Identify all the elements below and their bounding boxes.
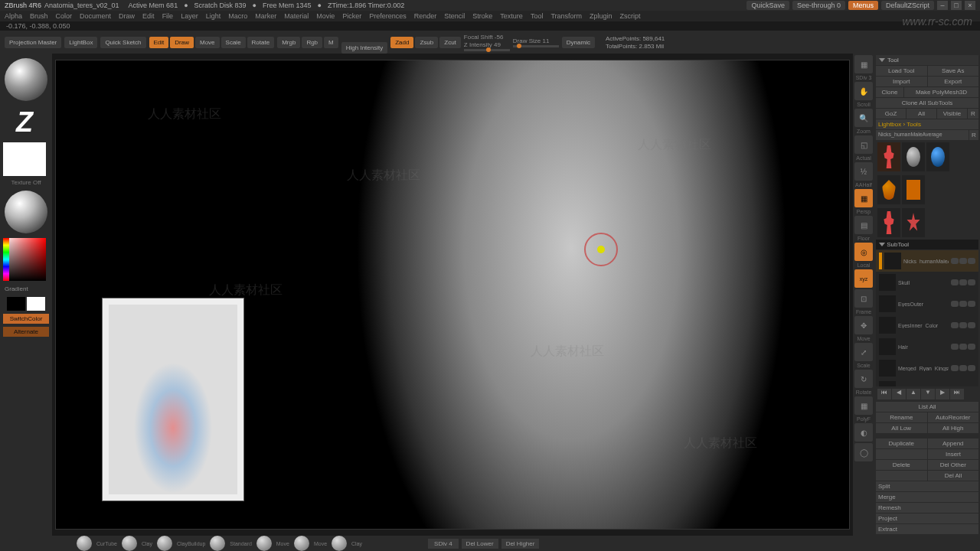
tool-thumb-figure[interactable] [877, 142, 900, 171]
goz-r-button[interactable]: R [968, 109, 978, 119]
zoom-icon[interactable]: 🔍 [854, 109, 873, 127]
project-section[interactable]: Project [876, 514, 978, 523]
current-tool-name[interactable]: Nicks_humanMaleAverage [876, 130, 969, 140]
subtool-up[interactable]: ▲ [906, 389, 920, 399]
m-button[interactable]: M [324, 37, 338, 48]
extract-section[interactable]: Extract [876, 524, 978, 534]
import-button[interactable]: Import [876, 77, 927, 86]
canvas[interactable]: 人人素材社区 人人素材社区 人人素材社区 人人素材社区 人人素材社区 人人素材社… [55, 60, 850, 530]
menu-tool[interactable]: Tool [531, 12, 544, 20]
edit-mode-button[interactable]: Edit [149, 37, 169, 48]
menu-edit[interactable]: Edit [142, 12, 155, 20]
menu-zscript[interactable]: Zscript [620, 12, 641, 20]
trans-icon[interactable]: ◐ [854, 423, 873, 442]
del-lower-button[interactable]: Del Lower [462, 539, 498, 549]
color-picker[interactable] [3, 238, 46, 281]
zsub-button[interactable]: Zsub [415, 37, 438, 48]
rename-button[interactable]: Rename [876, 412, 927, 422]
brush-thumbnail[interactable] [5, 58, 47, 101]
tool-thumb-figure2[interactable] [877, 208, 900, 237]
brush-preset[interactable] [256, 536, 272, 551]
zcut-button[interactable]: Zcut [439, 37, 461, 48]
subtool-prev-all[interactable]: ⏮ [877, 389, 891, 399]
load-tool-button[interactable]: Load Tool [876, 66, 927, 76]
export-button[interactable]: Export [928, 77, 979, 86]
menu-transform[interactable]: Transform [550, 12, 582, 20]
menu-zplugin[interactable]: Zplugin [590, 12, 612, 20]
scale-mode-button[interactable]: Scale [221, 37, 246, 48]
actual-icon[interactable]: ◱ [854, 135, 873, 154]
remesh-section[interactable]: Remesh [876, 503, 978, 513]
minimize-button[interactable]: – [937, 1, 948, 10]
switchcolor-button[interactable]: SwitchColor [3, 314, 49, 324]
menu-file[interactable]: File [162, 12, 174, 20]
persp-icon[interactable]: ▦ [854, 189, 873, 207]
merge-section[interactable]: Merge [876, 492, 978, 502]
goz-button[interactable]: GoZ [876, 109, 906, 119]
menu-document[interactable]: Document [80, 12, 111, 20]
subtool-prev[interactable]: ◀ [892, 389, 906, 399]
subtool-next[interactable]: ▶ [936, 389, 949, 399]
brush-preset[interactable] [157, 536, 172, 551]
stroke-thumbnail[interactable]: Z [3, 106, 46, 139]
brush-preset[interactable] [332, 536, 347, 551]
sdiv-icon[interactable]: ▦ [854, 55, 873, 73]
tool-header[interactable]: Tool [876, 55, 978, 65]
tool-thumb-simple[interactable] [877, 175, 900, 204]
rotate-icon[interactable]: ↻ [854, 370, 873, 388]
tool-thumb-star[interactable] [902, 208, 925, 237]
subtool-row[interactable]: Hair [876, 336, 978, 357]
zadd-button[interactable]: Zadd [390, 37, 413, 48]
close-button[interactable]: × [965, 1, 975, 10]
menus-toggle[interactable]: Menus [848, 1, 878, 10]
menu-brush[interactable]: Brush [30, 12, 48, 20]
alpha-thumbnail[interactable] [3, 142, 46, 176]
brush-preset[interactable] [210, 536, 225, 551]
save-as-button[interactable]: Save As [928, 66, 979, 76]
subtool-down[interactable]: ▼ [921, 389, 935, 399]
menu-preferences[interactable]: Preferences [369, 12, 407, 20]
default-script[interactable]: DefaultZScript [881, 1, 934, 10]
menu-texture[interactable]: Texture [500, 12, 523, 20]
del-other-button[interactable]: Del Other [928, 460, 979, 470]
menu-stroke[interactable]: Stroke [472, 12, 492, 20]
subtool-row[interactable]: EyesInner_Color [876, 315, 978, 336]
focal-shift-label[interactable]: Focal Shift -56 [464, 34, 510, 41]
del-all-button[interactable]: Del All [928, 471, 978, 481]
local-icon[interactable]: ◎ [854, 243, 873, 261]
menu-draw[interactable]: Draw [119, 12, 135, 20]
goz-visible-button[interactable]: Visible [937, 109, 967, 119]
scroll-icon[interactable]: ✋ [854, 82, 873, 100]
menu-stencil[interactable]: Stencil [444, 12, 465, 20]
menu-render[interactable]: Render [414, 12, 437, 20]
menu-alpha[interactable]: Alpha [5, 12, 22, 20]
autoreorder-button[interactable]: AutoReorder [928, 412, 979, 422]
list-all-button[interactable]: List All [876, 402, 978, 412]
seethrough-slider[interactable]: See-through 0 [792, 1, 845, 10]
menu-layer[interactable]: Layer [181, 12, 198, 20]
move-mode-button[interactable]: Move [195, 37, 220, 48]
subtool-row[interactable]: Skull [876, 272, 978, 293]
tool-thumb-sphere2[interactable] [926, 142, 949, 171]
del-higher-button[interactable]: Del Higher [501, 539, 540, 549]
menu-macro[interactable]: Macro [228, 12, 247, 20]
reference-image[interactable] [102, 298, 244, 501]
all-high-button[interactable]: All High [928, 423, 979, 433]
append-button[interactable]: Append [928, 439, 979, 448]
menu-light[interactable]: Light [206, 12, 221, 20]
insert-button[interactable]: Insert [928, 449, 978, 459]
polyf-icon[interactable]: ▦ [854, 396, 873, 415]
tool-thumb-sphere1[interactable] [902, 142, 925, 171]
rotate-mode-button[interactable]: Rotate [247, 37, 275, 48]
material-thumbnail[interactable] [5, 191, 47, 233]
lightbox-tools-link[interactable]: Lightbox › Tools [876, 119, 978, 129]
solo-icon[interactable]: ◯ [854, 443, 873, 461]
dynamic-button[interactable]: Dynamic [562, 37, 595, 48]
subtool-row[interactable]: EyesOuter [876, 293, 978, 315]
duplicate-button[interactable]: Duplicate [876, 439, 927, 448]
maximize-button[interactable]: □ [951, 1, 962, 10]
split-section[interactable]: Split [876, 481, 978, 491]
alternate-button[interactable]: Alternate [3, 327, 49, 337]
quicksave-button[interactable]: QuickSave [746, 1, 789, 10]
menu-marker[interactable]: Marker [255, 12, 276, 20]
